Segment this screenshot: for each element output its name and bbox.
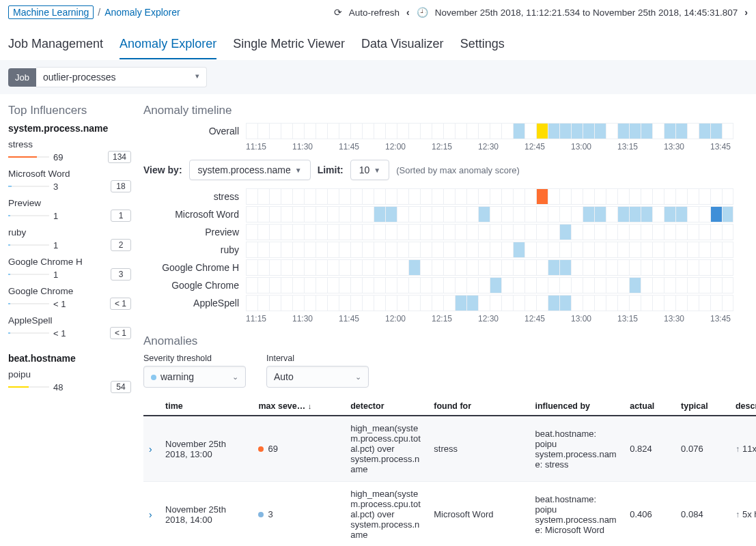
timeline-cell[interactable] <box>664 188 675 205</box>
timeline-cell[interactable] <box>397 206 408 222</box>
timeline-cell[interactable] <box>350 277 362 293</box>
timeline-cell[interactable] <box>490 277 501 293</box>
timeline-cell[interactable] <box>432 123 443 139</box>
refresh-icon[interactable]: ⟳ <box>334 7 342 18</box>
timeline-cell[interactable] <box>524 206 536 222</box>
timeline-cell[interactable] <box>292 277 304 293</box>
viewby-select[interactable]: system.process.name▼ <box>189 160 311 180</box>
timeline-cell[interactable] <box>362 295 374 311</box>
timeline-cell[interactable] <box>420 224 432 240</box>
influencer-item[interactable]: ruby 1 2 <box>8 227 131 251</box>
influencer-item[interactable]: Google Chrome H 1 3 <box>8 257 131 281</box>
timeline-cell[interactable] <box>443 295 455 311</box>
timeline-cell[interactable] <box>327 188 339 205</box>
timeline-cell[interactable] <box>513 188 524 205</box>
timeline-cell[interactable] <box>246 188 257 205</box>
timeline-cell[interactable] <box>327 295 339 311</box>
timeline-cell[interactable] <box>629 188 641 205</box>
timeline-cell[interactable] <box>327 242 339 258</box>
timeline-cell[interactable] <box>269 224 281 240</box>
timeline-cell[interactable] <box>571 277 583 293</box>
col-max-severity[interactable]: max seve… ↓ <box>253 397 345 416</box>
timeline-cell[interactable] <box>478 242 490 258</box>
timeline-cell[interactable] <box>583 295 594 311</box>
timeline-cell[interactable] <box>385 123 397 139</box>
timeline-cell[interactable] <box>304 277 316 293</box>
timeline-cell[interactable] <box>629 224 641 240</box>
timeline-cell[interactable] <box>455 259 466 276</box>
influencer-item[interactable]: stress 69 134 <box>8 139 131 163</box>
timeline-cell[interactable] <box>617 259 629 276</box>
timeline-cell[interactable] <box>420 123 432 139</box>
timeline-cell[interactable] <box>501 188 513 205</box>
timeline-cell[interactable] <box>281 277 292 293</box>
timeline-cell[interactable] <box>548 259 559 276</box>
col-typical[interactable]: typical <box>675 397 730 416</box>
timeline-cell[interactable] <box>675 224 687 240</box>
timeline-cell[interactable] <box>350 224 362 240</box>
timeline-cell[interactable] <box>443 123 455 139</box>
limit-select[interactable]: 10▼ <box>350 160 389 180</box>
timeline-cell[interactable] <box>629 277 641 293</box>
timeline-cell[interactable] <box>548 242 559 258</box>
timeline-cell[interactable] <box>664 277 675 293</box>
timeline-cell[interactable] <box>257 224 269 240</box>
timeline-cell[interactable] <box>466 295 478 311</box>
timeline-cell[interactable] <box>455 188 466 205</box>
timeline-cell[interactable] <box>652 188 664 205</box>
timeline-cell[interactable] <box>583 277 594 293</box>
timeline-cell[interactable] <box>710 277 722 293</box>
timeline-cell[interactable] <box>374 259 385 276</box>
timeline-cell[interactable] <box>281 188 292 205</box>
timeline-cell[interactable] <box>455 295 466 311</box>
timeline-cell[interactable] <box>374 206 385 222</box>
timeline-cell[interactable] <box>443 206 455 222</box>
timeline-cell[interactable] <box>629 123 641 139</box>
timeline-cell[interactable] <box>408 224 420 240</box>
timeline-cell[interactable] <box>501 295 513 311</box>
timeline-cell[interactable] <box>687 206 699 222</box>
timeline-cell[interactable] <box>374 277 385 293</box>
col-description[interactable]: description <box>730 397 756 416</box>
timeline-cell[interactable] <box>408 259 420 276</box>
timeline-cell[interactable] <box>722 242 733 258</box>
timeline-cell[interactable] <box>420 206 432 222</box>
timeline-cell[interactable] <box>362 259 374 276</box>
timeline-cell[interactable] <box>432 277 443 293</box>
timeline-cell[interactable] <box>571 206 583 222</box>
timeline-cell[interactable] <box>641 259 652 276</box>
timeline-cell[interactable] <box>466 188 478 205</box>
timeline-cell[interactable] <box>699 242 710 258</box>
timeline-cell[interactable] <box>408 206 420 222</box>
timeline-cell[interactable] <box>699 259 710 276</box>
timeline-cell[interactable] <box>548 206 559 222</box>
timeline-cell[interactable] <box>269 295 281 311</box>
timeline-cell[interactable] <box>710 295 722 311</box>
timeline-cell[interactable] <box>617 123 629 139</box>
timeline-cell[interactable] <box>583 242 594 258</box>
timeline-cell[interactable] <box>571 295 583 311</box>
timeline-cell[interactable] <box>617 242 629 258</box>
timeline-cell[interactable] <box>316 259 327 276</box>
timeline-cell[interactable] <box>606 123 617 139</box>
timeline-cell[interactable] <box>397 277 408 293</box>
timeline-cell[interactable] <box>722 224 733 240</box>
swimlane-cells[interactable] <box>246 242 756 258</box>
timeline-cell[interactable] <box>385 188 397 205</box>
swimlane-cells[interactable] <box>246 277 756 293</box>
swimlane-label[interactable]: ruby <box>143 244 246 255</box>
timeline-cell[interactable] <box>304 224 316 240</box>
swimlane-cells[interactable] <box>246 224 756 240</box>
timeline-cell[interactable] <box>292 295 304 311</box>
timeline-cell[interactable] <box>583 206 594 222</box>
timeline-cell[interactable] <box>548 188 559 205</box>
timeline-cell[interactable] <box>571 259 583 276</box>
timeline-cell[interactable] <box>408 242 420 258</box>
timeline-cell[interactable] <box>629 259 641 276</box>
timeline-cell[interactable] <box>304 123 316 139</box>
timeline-cell[interactable] <box>455 224 466 240</box>
timeline-cell[interactable] <box>490 259 501 276</box>
timeline-cell[interactable] <box>385 259 397 276</box>
timeline-cell[interactable] <box>687 277 699 293</box>
timeline-cell[interactable] <box>675 188 687 205</box>
